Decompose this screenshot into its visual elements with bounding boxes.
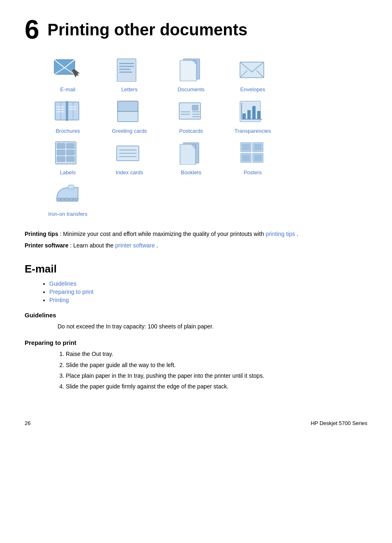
printing-tips-link[interactable]: printing tips bbox=[265, 231, 295, 237]
svg-rect-6 bbox=[119, 66, 134, 67]
email-section: E-mail Guidelines Preparing to print Pri… bbox=[25, 263, 367, 391]
svg-rect-7 bbox=[119, 69, 131, 70]
email-label: E-mail bbox=[60, 86, 76, 92]
labels-label: Labels bbox=[60, 169, 76, 176]
step-3: Place plain paper in the In tray, pushin… bbox=[66, 371, 367, 380]
envelopes-icon-box bbox=[236, 55, 269, 84]
icon-item-documents[interactable]: Documents bbox=[164, 55, 218, 92]
svg-rect-70 bbox=[68, 185, 74, 189]
guidelines-subsection: Guidelines Do not exceed the In tray cap… bbox=[25, 312, 367, 331]
icon-item-index-cards[interactable]: Index cards bbox=[103, 138, 156, 176]
bullet-guidelines: Guidelines bbox=[49, 280, 367, 287]
svg-point-68 bbox=[69, 199, 70, 201]
svg-rect-65 bbox=[57, 198, 78, 201]
email-icon-box bbox=[51, 55, 84, 84]
svg-rect-47 bbox=[67, 150, 74, 155]
step-1: Raise the Out tray. bbox=[66, 349, 367, 358]
postcards-label: Postcards bbox=[179, 128, 203, 134]
transparencies-label: Transparencies bbox=[234, 128, 271, 134]
icon-item-labels[interactable]: Labels bbox=[41, 138, 95, 176]
icon-item-letters[interactable]: Letters bbox=[103, 55, 156, 92]
svg-rect-39 bbox=[252, 106, 256, 119]
svg-rect-19 bbox=[66, 101, 68, 121]
svg-rect-38 bbox=[247, 110, 251, 119]
printing-tips-para: Printing tips : Minimize your cost and e… bbox=[25, 229, 367, 238]
printer-software-para: Printer software : Learn about the print… bbox=[25, 241, 367, 250]
step-2: Slide the paper guide all the way to the… bbox=[66, 360, 367, 370]
posters-label: Posters bbox=[244, 169, 262, 176]
tips-section: Printing tips : Minimize your cost and e… bbox=[25, 229, 367, 250]
envelopes-label: Envelopes bbox=[240, 86, 265, 92]
svg-rect-27 bbox=[118, 101, 138, 111]
documents-icon-box bbox=[175, 55, 208, 84]
guidelines-link[interactable]: Guidelines bbox=[49, 280, 76, 287]
preparing-subsection: Preparing to print Raise the Out tray. S… bbox=[25, 339, 367, 391]
letters-icon-box bbox=[113, 55, 146, 84]
printing-tips-text: : Minimize your cost and effort while ma… bbox=[60, 231, 266, 237]
svg-rect-46 bbox=[57, 150, 65, 155]
step-4: Slide the paper guide firmly against the… bbox=[66, 382, 367, 391]
icon-item-booklets[interactable]: Booklets bbox=[164, 138, 218, 176]
svg-rect-61 bbox=[242, 144, 250, 150]
icon-item-envelopes[interactable]: Envelopes bbox=[226, 55, 279, 92]
svg-rect-40 bbox=[257, 111, 261, 119]
chapter-title: Printing other documents bbox=[48, 16, 248, 39]
labels-icon-box bbox=[51, 138, 84, 167]
icon-item-iron-on[interactable]: Iron-on transfers bbox=[41, 180, 95, 217]
svg-rect-62 bbox=[254, 144, 262, 150]
icon-item-email[interactable]: E-mail bbox=[41, 55, 95, 92]
greeting-cards-label: Greeting cards bbox=[112, 128, 147, 134]
icon-item-posters[interactable]: Posters bbox=[226, 138, 279, 176]
svg-rect-37 bbox=[242, 113, 246, 119]
printing-link[interactable]: Printing bbox=[49, 297, 69, 303]
preparing-link[interactable]: Preparing to print bbox=[49, 289, 93, 295]
svg-rect-4 bbox=[117, 59, 136, 82]
icon-item-transparencies[interactable]: Transparencies bbox=[226, 97, 279, 134]
page-header: 6 Printing other documents bbox=[25, 16, 367, 43]
email-bullet-list: Guidelines Preparing to print Printing bbox=[49, 280, 367, 303]
svg-point-66 bbox=[60, 199, 62, 201]
svg-rect-5 bbox=[119, 63, 134, 64]
svg-rect-55 bbox=[180, 144, 196, 165]
printing-tips-strong: Printing tips bbox=[25, 231, 58, 237]
svg-point-67 bbox=[65, 199, 66, 201]
email-section-title: E-mail bbox=[25, 263, 367, 275]
bullet-printing: Printing bbox=[49, 297, 367, 303]
printer-software-text: : Learn about the bbox=[70, 242, 115, 249]
booklets-icon-box bbox=[175, 138, 208, 167]
svg-rect-49 bbox=[67, 157, 74, 162]
guidelines-text: Do not exceed the In tray capacity: 100 … bbox=[58, 322, 367, 331]
posters-icon-box bbox=[236, 138, 269, 167]
brochures-label: Brochures bbox=[55, 128, 80, 134]
svg-rect-10 bbox=[180, 60, 196, 81]
iron-on-icon-box bbox=[51, 180, 84, 208]
page-footer: 26 HP Deskjet 5700 Series bbox=[25, 416, 367, 426]
svg-rect-12 bbox=[240, 62, 264, 78]
footer-page-number: 26 bbox=[25, 420, 30, 426]
booklets-label: Booklets bbox=[181, 169, 201, 176]
icon-item-greeting-cards[interactable]: Greeting cards bbox=[103, 97, 156, 134]
svg-rect-30 bbox=[192, 105, 198, 110]
brochures-icon-box bbox=[51, 97, 84, 125]
footer-product: HP Deskjet 5700 Series bbox=[311, 420, 367, 426]
iron-on-label: Iron-on transfers bbox=[48, 211, 87, 217]
bullet-preparing: Preparing to print bbox=[49, 289, 367, 295]
icon-grid: E-mail Letters Documents bbox=[41, 55, 367, 217]
guidelines-title: Guidelines bbox=[25, 312, 367, 319]
documents-label: Documents bbox=[178, 86, 205, 92]
preparing-title: Preparing to print bbox=[25, 339, 367, 346]
index-cards-label: Index cards bbox=[115, 169, 143, 176]
icon-item-postcards[interactable]: Postcards bbox=[164, 97, 218, 134]
index-cards-icon-box bbox=[113, 138, 146, 167]
svg-rect-8 bbox=[119, 72, 132, 73]
svg-rect-64 bbox=[254, 155, 262, 161]
transparencies-icon-box bbox=[236, 97, 269, 125]
svg-rect-48 bbox=[57, 157, 65, 162]
svg-rect-44 bbox=[57, 143, 65, 148]
printer-software-strong: Printer software bbox=[25, 242, 69, 249]
letters-label: Letters bbox=[121, 86, 138, 92]
printer-software-link[interactable]: printer software bbox=[115, 242, 154, 249]
svg-rect-63 bbox=[242, 155, 250, 161]
postcards-icon-box bbox=[175, 97, 208, 125]
icon-item-brochures[interactable]: Brochures bbox=[41, 97, 95, 134]
